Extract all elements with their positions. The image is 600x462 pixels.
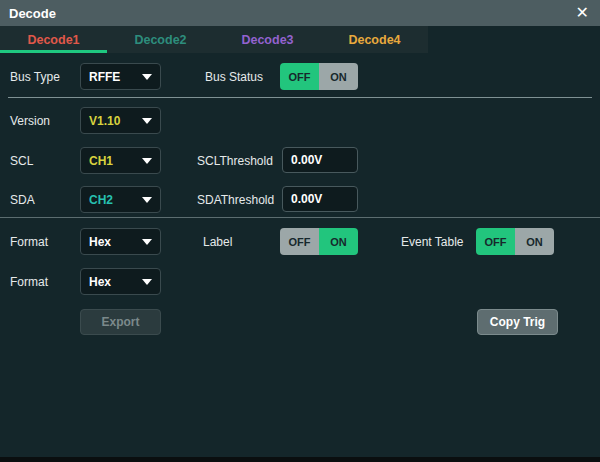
label-toggle-label: Label bbox=[203, 228, 232, 255]
divider bbox=[0, 217, 600, 218]
tab-decode4[interactable]: Decode4 bbox=[321, 26, 428, 53]
format-value: Hex bbox=[89, 235, 111, 249]
sda-threshold-value: 0.00V bbox=[291, 192, 322, 206]
bus-status-label: Bus Status bbox=[205, 63, 263, 90]
bus-status-off[interactable]: OFF bbox=[280, 63, 319, 90]
format2-dropdown[interactable]: Hex bbox=[80, 268, 161, 295]
sda-dropdown[interactable]: CH2 bbox=[80, 186, 161, 213]
scl-threshold-label: SCLThreshold bbox=[197, 147, 273, 174]
chevron-down-icon bbox=[142, 197, 152, 203]
scl-threshold-input[interactable]: 0.00V bbox=[282, 147, 358, 173]
bus-status-on[interactable]: ON bbox=[319, 63, 358, 90]
sda-value: CH2 bbox=[89, 193, 113, 207]
format2-label: Format bbox=[10, 268, 48, 295]
export-button-label: Export bbox=[101, 315, 139, 329]
tab-decode2[interactable]: Decode2 bbox=[107, 26, 214, 53]
bus-type-value: RFFE bbox=[89, 70, 120, 84]
event-table-off[interactable]: OFF bbox=[476, 228, 515, 255]
bus-status-toggle[interactable]: OFF ON bbox=[280, 63, 358, 90]
tab-decode1[interactable]: Decode1 bbox=[0, 26, 107, 53]
chevron-down-icon bbox=[142, 74, 152, 80]
format-label: Format bbox=[10, 228, 48, 255]
dialog-title: Decode bbox=[9, 6, 56, 21]
scl-label: SCL bbox=[10, 147, 33, 174]
tab-decode1-label: Decode1 bbox=[27, 33, 79, 47]
tab-decode3[interactable]: Decode3 bbox=[214, 26, 321, 53]
decode-tab-bar: Decode1 Decode2 Decode3 Decode4 bbox=[0, 26, 428, 53]
tab-decode4-label: Decode4 bbox=[348, 33, 400, 47]
chevron-down-icon bbox=[142, 239, 152, 245]
sda-label: SDA bbox=[10, 186, 35, 213]
tab-decode3-label: Decode3 bbox=[241, 33, 293, 47]
version-value: V1.10 bbox=[89, 114, 120, 128]
version-dropdown[interactable]: V1.10 bbox=[80, 107, 161, 134]
label-toggle-off[interactable]: OFF bbox=[280, 228, 319, 255]
scl-dropdown[interactable]: CH1 bbox=[80, 147, 161, 174]
event-table-toggle[interactable]: OFF ON bbox=[476, 228, 554, 255]
tab-decode2-label: Decode2 bbox=[134, 33, 186, 47]
sda-threshold-label: SDAThreshold bbox=[197, 186, 274, 213]
bus-type-label: Bus Type bbox=[10, 63, 60, 90]
chevron-down-icon bbox=[142, 279, 152, 285]
event-table-label: Event Table bbox=[401, 228, 464, 255]
close-icon[interactable]: ✕ bbox=[574, 5, 591, 21]
copy-trig-button[interactable]: Copy Trig bbox=[477, 309, 558, 335]
label-toggle-on[interactable]: ON bbox=[319, 228, 358, 255]
decode-dialog: Decode ✕ Decode1 Decode2 Decode3 Decode4… bbox=[0, 0, 600, 462]
bus-type-dropdown[interactable]: RFFE bbox=[80, 63, 161, 90]
scl-value: CH1 bbox=[89, 154, 113, 168]
scl-threshold-value: 0.00V bbox=[291, 153, 322, 167]
bottom-strip bbox=[0, 457, 600, 462]
copy-trig-button-label: Copy Trig bbox=[490, 315, 545, 329]
chevron-down-icon bbox=[142, 158, 152, 164]
chevron-down-icon bbox=[142, 118, 152, 124]
divider bbox=[8, 97, 592, 98]
format-dropdown[interactable]: Hex bbox=[80, 228, 161, 255]
label-toggle[interactable]: OFF ON bbox=[280, 228, 358, 255]
sda-threshold-input[interactable]: 0.00V bbox=[282, 186, 358, 212]
format2-value: Hex bbox=[89, 275, 111, 289]
event-table-on[interactable]: ON bbox=[515, 228, 554, 255]
version-label: Version bbox=[10, 107, 50, 134]
export-button[interactable]: Export bbox=[80, 309, 161, 335]
title-bar: Decode ✕ bbox=[0, 0, 600, 26]
